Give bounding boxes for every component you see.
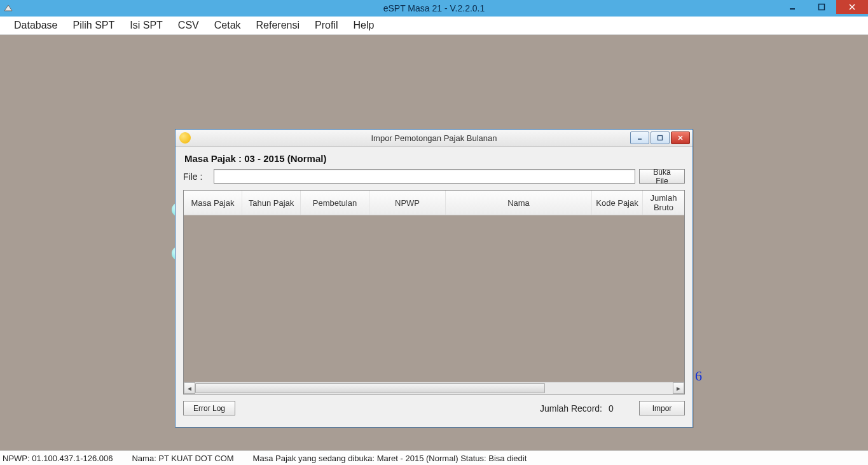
file-row: File : Buka File: [183, 169, 685, 184]
horizontal-scrollbar[interactable]: ◄ ►: [184, 382, 684, 394]
scroll-right-button[interactable]: ►: [673, 382, 684, 394]
col-masa-pajak[interactable]: Masa Pajak: [184, 191, 242, 215]
menu-isi-spt[interactable]: Isi SPT: [122, 17, 170, 34]
dialog-titlebar[interactable]: Impor Pemotongan Pajak Bulanan: [176, 130, 692, 147]
menubar: Database Pilih SPT Isi SPT CSV Cetak Ref…: [0, 17, 868, 35]
svg-rect-2: [819, 4, 825, 10]
dialog-footer: Error Log Jumlah Record: 0 Impor: [183, 401, 685, 415]
close-button[interactable]: [836, 0, 868, 14]
file-input[interactable]: [214, 169, 635, 184]
col-jumlah-bruto[interactable]: Jumlah Bruto: [643, 191, 684, 215]
file-label: File :: [183, 172, 210, 182]
scroll-thumb[interactable]: [195, 383, 545, 393]
menu-profil[interactable]: Profil: [307, 17, 345, 34]
scroll-track[interactable]: [195, 382, 673, 394]
import-table: Masa Pajak Tahun Pajak Pembetulan NPWP N…: [183, 190, 685, 394]
col-kode-pajak[interactable]: Kode Pajak: [592, 191, 643, 215]
status-npwp: NPWP: 01.100.437.1-126.006: [3, 454, 113, 463]
minimize-button[interactable]: [778, 0, 807, 14]
annotation-six: 6: [695, 368, 702, 384]
dialog-minimize-button[interactable]: [630, 131, 649, 144]
status-masa: Masa Pajak yang sedang dibuka: Maret - 2…: [253, 454, 527, 463]
menu-database[interactable]: Database: [6, 17, 65, 34]
dialog-close-button[interactable]: [671, 131, 690, 144]
scroll-left-button[interactable]: ◄: [184, 382, 195, 394]
buka-file-button[interactable]: Buka File: [639, 169, 685, 184]
import-dialog: Impor Pemotongan Pajak Bulanan Masa Paja…: [175, 129, 693, 428]
record-count-value: 0: [609, 403, 628, 414]
app-icon: [3, 3, 14, 14]
dialog-title: Impor Pemotongan Pajak Bulanan: [176, 133, 692, 143]
status-nama: Nama: PT KUAT DOT COM: [132, 454, 233, 463]
app-titlebar: eSPT Masa 21 - V.2.2.0.1: [0, 0, 868, 17]
app-title: eSPT Masa 21 - V.2.2.0.1: [0, 3, 868, 13]
menu-help[interactable]: Help: [346, 17, 382, 34]
masa-pajak-label: Masa Pajak : 03 - 2015 (Normal): [184, 153, 685, 164]
dialog-icon: [179, 132, 191, 144]
impor-button[interactable]: Impor: [639, 401, 685, 415]
menu-pilih-spt[interactable]: Pilih SPT: [65, 17, 123, 34]
menu-cetak[interactable]: Cetak: [207, 17, 249, 34]
col-nama[interactable]: Nama: [446, 191, 592, 215]
record-count-label: Jumlah Record:: [540, 403, 602, 414]
col-npwp[interactable]: NPWP: [369, 191, 446, 215]
svg-marker-0: [4, 5, 12, 11]
table-body: [184, 215, 684, 381]
dialog-body: Masa Pajak : 03 - 2015 (Normal) File : B…: [176, 147, 692, 422]
col-tahun-pajak[interactable]: Tahun Pajak: [242, 191, 301, 215]
table-header: Masa Pajak Tahun Pajak Pembetulan NPWP N…: [184, 191, 684, 215]
error-log-button[interactable]: Error Log: [183, 401, 235, 415]
workspace: 6 Impor Pemotongan Pajak Bulanan Masa Pa…: [0, 35, 868, 450]
statusbar: NPWP: 01.100.437.1-126.006 Nama: PT KUAT…: [0, 450, 868, 465]
menu-csv[interactable]: CSV: [170, 17, 207, 34]
svg-rect-6: [658, 136, 663, 140]
col-pembetulan[interactable]: Pembetulan: [301, 191, 369, 215]
menu-referensi[interactable]: Referensi: [249, 17, 307, 34]
dialog-maximize-button[interactable]: [651, 131, 670, 144]
dialog-window-controls: [630, 131, 690, 144]
window-controls: [778, 0, 868, 14]
maximize-button[interactable]: [807, 0, 836, 14]
